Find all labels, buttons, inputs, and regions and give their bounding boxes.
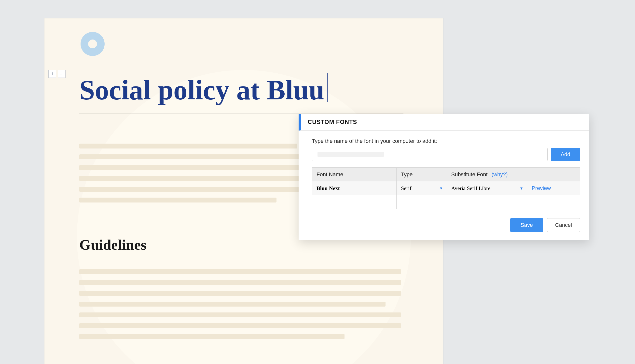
col-header-type: Type (396, 168, 447, 182)
block-options-button[interactable] (58, 70, 66, 78)
type-select-value: Serif (401, 185, 412, 192)
add-button[interactable]: Add (551, 148, 580, 161)
fonts-table: Font Name Type Substitute Font (why?) Bl… (312, 168, 580, 209)
placeholder-line (79, 198, 277, 202)
text-cursor-icon (327, 73, 328, 102)
add-block-button[interactable] (48, 70, 56, 78)
placeholder-line (79, 291, 401, 296)
placeholder-line (79, 144, 297, 148)
empty-cell (527, 195, 580, 209)
document-title[interactable]: Social policy at Bluu (79, 73, 403, 114)
brand-logo-icon (81, 32, 105, 56)
custom-fonts-dialog: CUSTOM FONTS Type the name of the font i… (299, 114, 589, 240)
placeholder-line (79, 269, 401, 274)
dialog-instruction-label: Type the name of the font in your comput… (312, 138, 580, 144)
preview-link[interactable]: Preview (532, 185, 551, 191)
lines-icon (60, 72, 64, 76)
chevron-down-icon: ▾ (440, 186, 442, 191)
chevron-down-icon: ▾ (520, 186, 522, 191)
table-header-row: Font Name Type Substitute Font (why?) (312, 168, 580, 182)
section-heading[interactable]: Guidelines (79, 236, 146, 253)
placeholder-line (79, 302, 385, 306)
cell-type: Serif ▾ (396, 182, 447, 195)
dialog-footer: Save Cancel (299, 211, 589, 240)
placeholder-line (79, 334, 345, 339)
add-font-row: Add (312, 148, 580, 161)
substitute-select[interactable]: Averia Serif Libre ▾ (451, 185, 523, 192)
body-paragraph-placeholder (79, 269, 401, 345)
document-title-brand: Bluu (267, 74, 324, 106)
col-header-preview (527, 168, 580, 182)
placeholder-line (79, 323, 401, 328)
plus-icon (50, 72, 54, 76)
type-select[interactable]: Serif ▾ (401, 185, 442, 192)
table-row: Bluu Next Serif ▾ Averia Serif Libre ▾ (312, 182, 580, 195)
font-name-input[interactable] (312, 148, 547, 161)
document-title-prefix: Social policy at (79, 74, 267, 106)
col-header-substitute-text: Substitute Font (451, 171, 488, 178)
col-header-substitute: Substitute Font (why?) (447, 168, 527, 182)
placeholder-line (79, 280, 401, 285)
empty-cell (396, 195, 447, 209)
gutter-controls (48, 70, 66, 78)
table-row-empty (312, 195, 580, 209)
dialog-body: Type the name of the font in your comput… (299, 130, 589, 211)
cell-font-name: Bluu Next (312, 182, 397, 195)
substitute-select-value: Averia Serif Libre (451, 185, 491, 192)
empty-cell (312, 195, 397, 209)
input-placeholder-ghost (318, 152, 384, 157)
empty-cell (447, 195, 527, 209)
why-link[interactable]: (why?) (492, 171, 508, 178)
dialog-title: CUSTOM FONTS (308, 118, 582, 126)
dialog-header: CUSTOM FONTS (299, 114, 589, 130)
col-header-font-name: Font Name (312, 168, 397, 182)
placeholder-line (79, 312, 401, 317)
cell-substitute: Averia Serif Libre ▾ (447, 182, 527, 195)
cancel-button[interactable]: Cancel (547, 218, 580, 232)
save-button[interactable]: Save (510, 218, 543, 232)
cell-preview: Preview (527, 182, 580, 195)
